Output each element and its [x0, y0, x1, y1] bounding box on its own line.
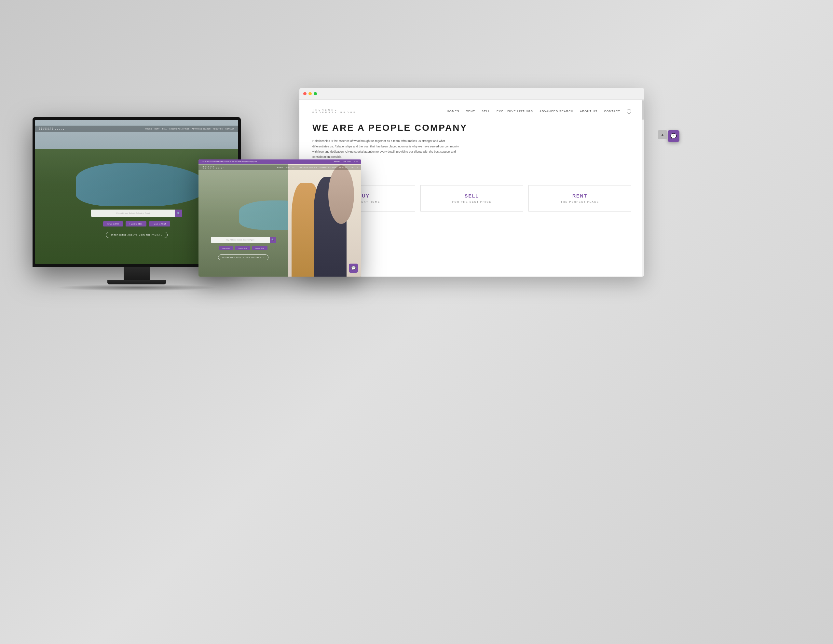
front-topbar-careers[interactable]: CAREERS — [333, 161, 340, 163]
front-hero-content: City, Address, Suburb, School or Agent 🔍… — [198, 237, 288, 260]
front-search-button[interactable]: 🔍 — [270, 237, 276, 243]
mon-nav-sell[interactable]: SELL — [162, 128, 167, 130]
front-nav-homes[interactable]: HOMES — [277, 167, 283, 169]
back-navbar: TRENSURE PROPERTY GROUP HOMES RENT SELL … — [312, 109, 631, 114]
back-card-rent[interactable]: RENT THE PERFECT PLACE — [528, 185, 631, 211]
front-search-bar[interactable]: City, Address, Suburb, School or Agent 🔍 — [211, 237, 276, 243]
mon-nav-advanced[interactable]: ADVANCED SEARCH — [192, 128, 211, 130]
front-rent-btn[interactable]: I want to RENT — [252, 246, 267, 250]
mon-nav-about[interactable]: ABOUT US — [213, 128, 223, 130]
back-hero-body: Relationships is the essence of what bro… — [312, 138, 462, 159]
card-rent-sub: THE PERFECT PLACE — [535, 200, 624, 203]
nav-link-contact[interactable]: CONTACT — [604, 109, 620, 113]
front-buy-btn[interactable]: I want to BUY — [219, 246, 233, 250]
front-nav-sell[interactable]: SELL — [293, 167, 297, 169]
back-hero-heading: WE ARE A PEOPLE COMPANY — [312, 123, 631, 133]
front-topbar: YOUR TRUST OUR TREASURE | Contact us 560… — [198, 159, 361, 164]
mon-nav-homes[interactable]: HOMES — [145, 128, 152, 130]
mon-nav-exclusive[interactable]: EXCLUSIVE LISTINGS — [169, 128, 190, 130]
chat-icon-front: 💬 — [351, 266, 356, 270]
front-join-button[interactable]: INTERESTED AGENTS: JOIN THE FAMILY › — [218, 254, 269, 260]
front-logo-sub: PROPERTY GROUP — [202, 167, 225, 169]
monitor-action-buttons: I want to BUY I want to SELL I want to R… — [35, 221, 238, 227]
monitor-rent-btn[interactable]: I want to RENT — [149, 221, 170, 227]
front-logo: TRENSURE PROPERTY GROUP — [202, 166, 225, 169]
monitor-search-bar[interactable]: City, Address, Suburb, School or Agent 🔍 — [91, 209, 182, 217]
front-sell-btn[interactable]: I want to SELL — [235, 246, 250, 250]
front-nav-advanced[interactable]: ADVANCED SEARCH — [320, 167, 336, 169]
monitor-logo-sub: PROPERTY GROUP — [39, 129, 65, 130]
monitor-join-button[interactable]: INTERESTED AGENTS: JOIN THE FAMILY › — [106, 232, 168, 238]
search-icon-nav[interactable] — [627, 109, 631, 114]
scroll-up-icon-back: ▲ — [661, 132, 664, 137]
monitor-search-input[interactable]: City, Address, Suburb, School or Agent — [91, 209, 175, 217]
back-logo-text: TRENSURE — [312, 109, 357, 111]
back-logo-sub: PROPERTY GROUP — [312, 111, 357, 114]
back-nav-links: HOMES RENT SELL EXCLUSIVE LISTINGS ADVAN… — [447, 109, 631, 114]
back-card-sell[interactable]: SELL FOR THE BEST PRICE — [420, 185, 523, 211]
front-people-section — [288, 159, 361, 277]
chat-icon-back: 💬 — [670, 133, 677, 139]
scroll-indicator — [642, 100, 644, 277]
front-nav-about[interactable]: ABOUT US — [339, 167, 347, 169]
monitor-hero-content: City, Address, Suburb, School or Agent 🔍… — [35, 209, 238, 238]
card-sell-sub: FOR THE BEST PRICE — [427, 200, 516, 203]
chat-bubble-back[interactable]: 💬 — [668, 130, 679, 142]
browser-chrome — [299, 88, 644, 100]
nav-link-advanced[interactable]: ADVANCED SEARCH — [539, 109, 573, 113]
nav-link-rent[interactable]: RENT — [466, 109, 475, 113]
front-topbar-left: YOUR TRUST OUR TREASURE | Contact us 560… — [202, 161, 257, 163]
front-nav-links: HOMES RENT SELL EXCLUSIVE LISTINGS ADVAN… — [277, 167, 358, 169]
front-nav-exclusive[interactable]: EXCLUSIVE LISTINGS — [299, 167, 317, 169]
scroll-up-button-back[interactable]: ▲ — [658, 130, 667, 139]
chat-bubble-front[interactable]: 💬 — [349, 264, 358, 273]
monitor-navbar: TRENSURE PROPERTY GROUP HOMES RENT SELL … — [35, 126, 238, 132]
monitor-stand-base — [108, 280, 166, 284]
mon-nav-contact[interactable]: CONTACT — [225, 128, 234, 130]
front-nav-contact[interactable]: CONTACT — [350, 167, 358, 169]
front-person-head — [328, 165, 354, 224]
front-search-input[interactable]: City, Address, Suburb, School or Agent — [211, 237, 270, 243]
nav-link-sell[interactable]: SELL — [482, 109, 490, 113]
monitor-nav-links: HOMES RENT SELL EXCLUSIVE LISTINGS ADVAN… — [145, 128, 234, 130]
front-nav-rent[interactable]: RENT — [286, 167, 290, 169]
scroll-thumb[interactable] — [642, 100, 644, 120]
monitor-shadow — [55, 284, 218, 291]
monitor-logo: TRENSURE PROPERTY GROUP — [39, 127, 65, 130]
browser-close-dot[interactable] — [303, 92, 307, 95]
monitor-buy-btn[interactable]: I want to BUY — [103, 221, 123, 227]
nav-link-exclusive[interactable]: EXCLUSIVE LISTINGS — [497, 109, 533, 113]
nav-link-homes[interactable]: HOMES — [447, 109, 459, 113]
monitor-sell-btn[interactable]: I want to SELL — [125, 221, 146, 227]
front-navbar: TRENSURE PROPERTY GROUP HOMES RENT SELL … — [198, 165, 361, 170]
back-logo: TRENSURE PROPERTY GROUP — [312, 109, 357, 114]
front-topbar-right: CAREERS THE TEAM BLOG — [333, 161, 358, 163]
front-topbar-blog[interactable]: BLOG — [354, 161, 358, 163]
browser-maximize-dot[interactable] — [314, 92, 317, 95]
front-topbar-team[interactable]: THE TEAM — [343, 161, 351, 163]
card-sell-title: SELL — [427, 193, 516, 198]
nav-link-about[interactable]: ABOUT US — [580, 109, 597, 113]
monitor-stand-neck — [124, 267, 150, 280]
mon-nav-rent[interactable]: RENT — [154, 128, 160, 130]
monitor-search-button[interactable]: 🔍 — [175, 209, 182, 217]
front-action-buttons: I want to BUY I want to SELL I want to R… — [198, 246, 288, 250]
card-rent-title: RENT — [535, 193, 624, 198]
browser-minimize-dot[interactable] — [309, 92, 312, 95]
